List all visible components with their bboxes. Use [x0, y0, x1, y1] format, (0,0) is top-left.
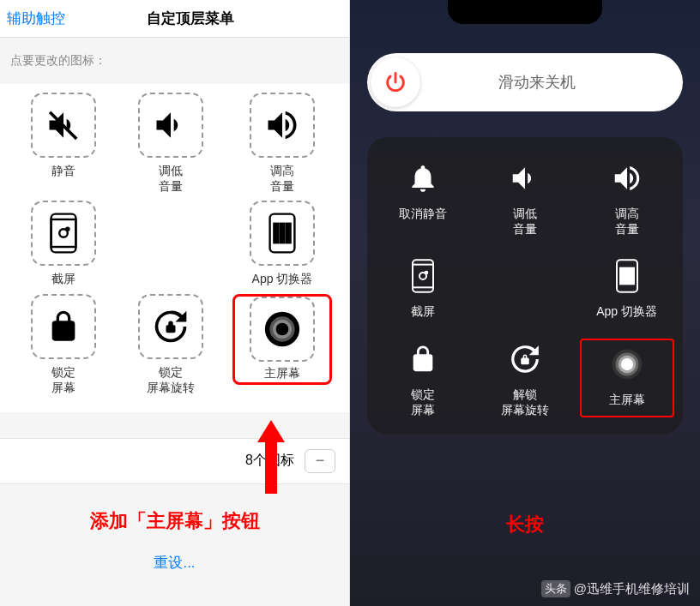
- at-item-screenshot[interactable]: 截屏: [376, 255, 470, 319]
- label: 锁定 屏幕旋转: [147, 364, 195, 395]
- slider-text: 滑动来关机: [420, 72, 679, 93]
- svg-point-23: [621, 357, 633, 369]
- svg-point-15: [425, 272, 428, 274]
- page-title: 自定顶层菜单: [31, 9, 349, 28]
- app-switcher-icon: [613, 258, 641, 294]
- label: 调低 音量: [513, 206, 537, 237]
- lock-rotate-icon: [152, 308, 190, 345]
- at-item-unlock-rotate[interactable]: 解锁 屏幕旋转: [478, 339, 572, 417]
- svg-rect-19: [631, 268, 634, 285]
- svg-rect-17: [620, 268, 624, 285]
- home-icon: [611, 348, 643, 381]
- at-item-app-switcher[interactable]: App 切换器: [580, 255, 674, 319]
- label: 截屏: [411, 303, 435, 319]
- volume-up-icon: [263, 106, 301, 144]
- volume-down-icon: [152, 106, 190, 144]
- watermark-text: @迅维手机维修培训: [574, 581, 690, 597]
- label: 锁定 屏幕: [51, 364, 75, 395]
- svg-rect-7: [287, 224, 291, 243]
- unlock-rotate-icon: [509, 343, 541, 375]
- volume-down-icon: [509, 162, 541, 195]
- label: 调低 音量: [159, 163, 183, 194]
- label: 调高 音量: [615, 206, 639, 237]
- at-item-unmute[interactable]: 取消静音: [376, 158, 470, 237]
- label: 静音: [51, 163, 75, 178]
- icon-grid: 静音 调低 音量 调高 音量 截屏: [0, 84, 349, 412]
- prompt-text: 点要更改的图标：: [0, 38, 349, 84]
- lock-screen-icon: [46, 308, 81, 345]
- svg-rect-5: [274, 224, 278, 243]
- grid-item-lock-rotate[interactable]: 锁定 屏幕旋转: [138, 294, 203, 395]
- label: 主屏幕: [609, 392, 645, 407]
- label: 调高 音量: [270, 163, 294, 194]
- lock-screen-icon: [408, 343, 438, 375]
- watermark: 头条 @迅维手机维修培训: [541, 580, 690, 597]
- watermark-badge: 头条: [541, 580, 570, 597]
- power-knob-icon[interactable]: [371, 57, 420, 107]
- svg-rect-1: [51, 219, 75, 247]
- label: 锁定 屏幕: [411, 387, 435, 417]
- svg-rect-6: [281, 224, 285, 243]
- settings-panel: 辅助触控 自定顶层菜单 点要更改的图标： 静音 调低 音量 调高 音量: [0, 0, 350, 606]
- svg-rect-18: [625, 268, 629, 285]
- mute-icon: [45, 106, 82, 144]
- screenshot-icon: [46, 213, 81, 254]
- grid-item-volume-up[interactable]: 调高 音量: [250, 93, 315, 194]
- app-switcher-icon: [265, 213, 299, 254]
- bell-icon: [407, 162, 439, 195]
- annotation-text: 添加「主屏幕」按钮: [0, 508, 349, 534]
- at-item-volume-down[interactable]: 调低 音量: [478, 158, 572, 237]
- label: 截屏: [51, 271, 75, 286]
- grid-item-lock-screen[interactable]: 锁定 屏幕: [31, 294, 96, 395]
- minus-button[interactable]: −: [305, 449, 335, 473]
- grid-item-volume-down[interactable]: 调低 音量: [138, 93, 203, 194]
- label: App 切换器: [252, 271, 313, 286]
- svg-point-11: [276, 323, 289, 336]
- grid-item-screenshot[interactable]: 截屏: [31, 201, 96, 286]
- screenshot-icon: [409, 258, 437, 294]
- svg-point-3: [66, 228, 69, 231]
- assistive-touch-menu: 取消静音 调低 音量 调高 音量 截屏: [367, 137, 683, 435]
- svg-rect-13: [413, 265, 433, 288]
- at-item-lock-screen[interactable]: 锁定 屏幕: [376, 339, 470, 417]
- reset-button[interactable]: 重设...: [0, 553, 349, 573]
- label: App 切换器: [596, 303, 657, 319]
- home-icon: [263, 310, 301, 348]
- assistive-touch-panel: 滑动来关机 取消静音 调低 音量 调高: [350, 0, 700, 606]
- annotation-text: 长按: [350, 512, 700, 537]
- volume-up-icon: [611, 162, 643, 195]
- annotation-arrow-icon: [257, 420, 285, 494]
- counter-row: 8个图标 −: [0, 438, 349, 484]
- grid-item-home[interactable]: 主屏幕: [232, 294, 332, 395]
- notch: [448, 0, 602, 24]
- header: 辅助触控 自定顶层菜单: [0, 0, 349, 38]
- label: 取消静音: [399, 206, 447, 221]
- label: 主屏幕: [264, 365, 300, 381]
- grid-item-mute[interactable]: 静音: [31, 93, 96, 194]
- label: 解锁 屏幕旋转: [501, 387, 549, 417]
- power-off-slider[interactable]: 滑动来关机: [367, 53, 683, 111]
- grid-item-app-switcher[interactable]: App 切换器: [250, 201, 315, 286]
- at-item-volume-up[interactable]: 调高 音量: [580, 158, 674, 237]
- at-item-home[interactable]: 主屏幕: [580, 339, 674, 417]
